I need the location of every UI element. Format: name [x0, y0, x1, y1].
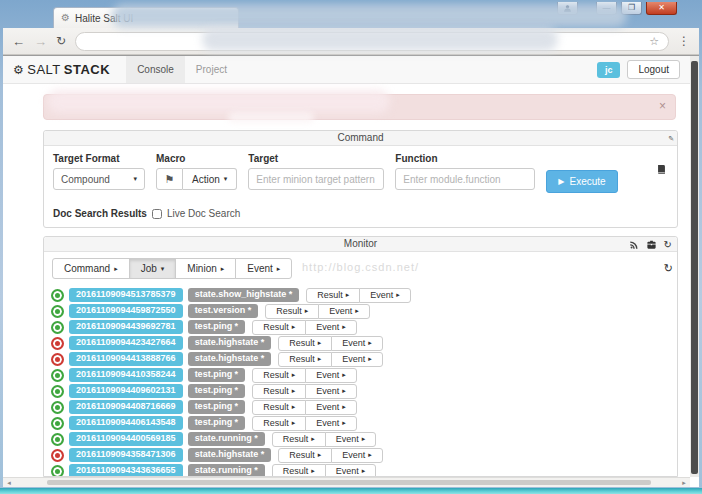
execute-button[interactable]: ▶ Execute: [546, 170, 617, 193]
job-function-badge[interactable]: state.highstate *: [188, 448, 272, 462]
job-result-button[interactable]: Result▸: [252, 320, 306, 335]
job-result-button[interactable]: Result▸: [252, 400, 306, 415]
rss-icon[interactable]: [629, 240, 639, 250]
job-status-icon: [51, 401, 64, 414]
job-event-button[interactable]: Event▸: [305, 320, 357, 335]
target-format-select[interactable]: Compound ▾: [53, 168, 145, 190]
job-id-badge[interactable]: 20161109094358471306: [69, 448, 183, 462]
panel-collapse-icon[interactable]: ✎: [668, 132, 674, 146]
job-event-button[interactable]: Event▸: [331, 448, 383, 463]
job-event-button[interactable]: Event▸: [331, 352, 383, 367]
job-result-button[interactable]: Result▸: [272, 464, 326, 477]
job-function-badge[interactable]: state.running *: [188, 432, 265, 446]
job-result-button[interactable]: Result▸: [252, 384, 306, 399]
caret-right-icon: ▸: [311, 467, 315, 475]
target-input[interactable]: [248, 168, 384, 190]
job-row: 20161109094513785379 state.show_highstat…: [51, 288, 670, 302]
job-row: 20161109094459872550 test.version * Resu…: [51, 304, 670, 318]
horizontal-scrollbar-thumb[interactable]: [47, 480, 651, 485]
job-id-badge[interactable]: 20161109094409602131: [69, 384, 183, 398]
job-event-button[interactable]: Event▸: [318, 304, 370, 319]
back-button[interactable]: ←: [12, 35, 25, 48]
command-panel-header[interactable]: Command ✎: [44, 131, 677, 146]
watermark-text: http://blog.csdn.net/: [302, 261, 419, 273]
job-event-button[interactable]: Event▸: [305, 416, 357, 431]
alert-close-icon[interactable]: ×: [659, 100, 666, 112]
job-function-badge[interactable]: test.ping *: [188, 368, 246, 382]
nav-project[interactable]: Project: [185, 56, 238, 83]
job-id-badge[interactable]: 20161109094410358244: [69, 368, 183, 382]
browser-menu-icon[interactable]: ⋮: [678, 34, 690, 48]
macro-record-button[interactable]: ⚑: [156, 168, 183, 190]
job-result-button[interactable]: Result▸: [252, 368, 306, 383]
job-function-badge[interactable]: test.version *: [188, 304, 259, 318]
flag-icon: ⚑: [165, 173, 175, 186]
maximize-button[interactable]: ❐: [621, 2, 642, 15]
brand-salt: SALT: [27, 62, 61, 77]
profile-window-button[interactable]: [557, 2, 578, 15]
job-function-badge[interactable]: test.ping *: [188, 416, 246, 430]
scroll-left-icon[interactable]: ◂: [3, 479, 15, 487]
command-form: Target Format Compound ▾ Macro: [44, 146, 677, 227]
job-status-icon: [51, 353, 64, 366]
job-event-button[interactable]: Event▸: [331, 336, 383, 351]
job-id-badge[interactable]: 20161109094408716669: [69, 400, 183, 414]
bookmark-star-icon[interactable]: ☆: [649, 35, 659, 48]
docs-book-icon[interactable]: [656, 164, 667, 175]
horizontal-scrollbar[interactable]: ◂ ▸: [3, 477, 690, 487]
refresh-icon[interactable]: ↻: [664, 262, 673, 275]
filter-event-button[interactable]: Event ▸: [235, 258, 292, 279]
job-id-badge[interactable]: 20161109094439692781: [69, 320, 183, 334]
job-result-button[interactable]: Result▸: [278, 448, 332, 463]
nav-console[interactable]: Console: [126, 56, 185, 83]
close-button[interactable]: ✕: [646, 2, 677, 15]
job-id-badge[interactable]: 20161109094413888766: [69, 352, 183, 366]
job-result-button[interactable]: Result▸: [306, 288, 360, 303]
job-function-badge[interactable]: test.ping *: [188, 400, 246, 414]
vertical-scrollbar[interactable]: [690, 56, 699, 477]
filter-command-button[interactable]: Command ▸: [52, 258, 130, 279]
job-event-button[interactable]: Event▸: [305, 384, 357, 399]
job-function-badge[interactable]: test.ping *: [188, 320, 246, 334]
job-event-button[interactable]: Event▸: [305, 400, 357, 415]
function-input[interactable]: [395, 168, 535, 190]
job-event-button[interactable]: Event▸: [325, 464, 377, 477]
browser-window: ⚙ Halite Salt UI — ❐ ✕ ← → ↻ ☆ ⋮: [3, 2, 699, 487]
minimize-button[interactable]: —: [596, 2, 617, 15]
action-dropdown[interactable]: Action ▾: [183, 168, 237, 190]
job-result-button[interactable]: Result▸: [265, 304, 319, 319]
scroll-right-icon[interactable]: ▸: [678, 479, 690, 487]
job-result-button[interactable]: Result▸: [278, 336, 332, 351]
browser-tab[interactable]: ⚙ Halite Salt UI: [53, 7, 239, 28]
monitor-panel-header[interactable]: Monitor ↻: [44, 237, 677, 252]
filter-minion-button[interactable]: Minion ▸: [175, 258, 236, 279]
user-badge[interactable]: jc: [597, 62, 621, 78]
briefcase-icon[interactable]: [646, 239, 657, 250]
job-event-button[interactable]: Event▸: [325, 432, 377, 447]
live-doc-search-checkbox[interactable]: [152, 209, 162, 219]
job-id-badge[interactable]: 20161109094423427664: [69, 336, 183, 350]
job-id-badge[interactable]: 20161109094513785379: [69, 288, 183, 302]
job-function-badge[interactable]: state.highstate *: [188, 336, 272, 350]
reload-button[interactable]: ↻: [56, 34, 66, 48]
job-function-badge[interactable]: state.show_highstate *: [188, 288, 300, 302]
job-function-badge[interactable]: test.ping *: [188, 384, 246, 398]
job-event-button[interactable]: Event▸: [359, 288, 411, 303]
job-function-badge[interactable]: state.highstate *: [188, 352, 272, 366]
job-id-badge[interactable]: 20161109094406143548: [69, 416, 183, 430]
filter-job-button[interactable]: Job ▾: [129, 258, 177, 279]
job-result-button[interactable]: Result▸: [252, 416, 306, 431]
saltstack-logo[interactable]: ⚙ SALTSTACK: [13, 62, 110, 77]
job-status-icon: [51, 417, 64, 430]
job-id-badge[interactable]: 20161109094459872550: [69, 304, 183, 318]
job-result-button[interactable]: Result▸: [278, 352, 332, 367]
logout-button[interactable]: Logout: [627, 60, 680, 79]
job-id-badge[interactable]: 20161109094400569185: [69, 432, 183, 446]
job-event-button[interactable]: Event▸: [305, 368, 357, 383]
address-bar[interactable]: ☆: [75, 32, 669, 51]
job-result-button[interactable]: Result▸: [272, 432, 326, 447]
refresh-icon[interactable]: ↻: [664, 240, 672, 250]
vertical-scrollbar-thumb[interactable]: [691, 61, 698, 474]
job-id-badge[interactable]: 20161109094343636655: [69, 464, 183, 476]
job-function-badge[interactable]: state.running *: [188, 464, 265, 476]
